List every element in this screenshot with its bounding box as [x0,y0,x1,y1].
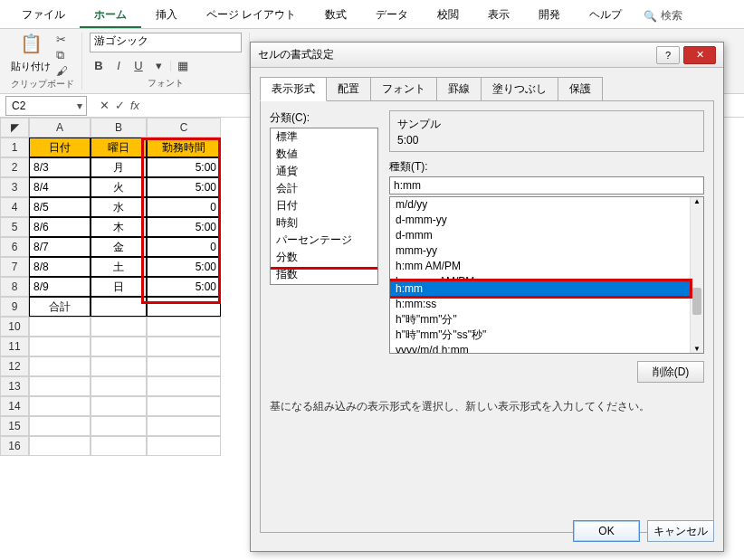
cell[interactable]: 土 [91,257,147,277]
tab-pagelayout[interactable]: ページ レイアウト [192,4,310,28]
scroll-up-icon[interactable]: ▲ [691,197,703,205]
type-item[interactable]: d-mmm [390,228,703,243]
name-box[interactable]: C2 ▾ [5,96,87,116]
row-header[interactable]: 7 [0,257,29,277]
cell[interactable] [91,297,147,317]
cancel-fx-icon[interactable]: ✕ [100,99,110,112]
row-header[interactable]: 12 [0,356,29,376]
row-header[interactable]: 6 [0,237,29,257]
enter-fx-icon[interactable]: ✓ [115,99,125,112]
bold-button[interactable]: B [90,56,108,74]
cell[interactable]: 日付 [29,138,91,157]
type-item[interactable]: h:mm:ss AM/PM [390,274,703,281]
cell[interactable]: 5:00 [147,217,221,237]
cell[interactable]: 水 [91,197,147,217]
row-header[interactable]: 3 [0,177,29,197]
cell[interactable]: 5:00 [147,257,221,277]
cell[interactable]: 8/9 [29,277,91,297]
row-header[interactable]: 5 [0,217,29,237]
cat-standard[interactable]: 標準 [271,128,377,146]
cell[interactable]: 金 [91,237,147,257]
fx-icon[interactable]: fx [130,99,139,112]
tab-border[interactable]: 罫線 [436,77,482,101]
tab-data[interactable]: データ [361,4,423,28]
select-all-corner[interactable]: ◤ [0,118,29,138]
cat-fraction[interactable]: 分数 [271,249,377,266]
row-header[interactable]: 2 [0,157,29,177]
cell[interactable]: 日 [91,277,147,297]
cat-exponent[interactable]: 指数 [271,266,377,283]
cell[interactable]: 8/6 [29,217,91,237]
tab-developer[interactable]: 開発 [524,4,575,28]
italic-button[interactable]: I [110,56,128,74]
row-header[interactable]: 16 [0,436,29,456]
cell[interactable]: 8/8 [29,257,91,277]
cat-date[interactable]: 日付 [271,197,377,214]
cell[interactable]: 8/4 [29,177,91,197]
cell[interactable]: 5:00 [147,177,221,197]
copy-icon[interactable]: ⧉ [56,48,68,62]
font-select[interactable]: 游ゴシック [90,33,242,52]
cell[interactable]: 8/5 [29,197,91,217]
type-item[interactable]: h:mm:ss [390,297,703,312]
cell[interactable]: 月 [91,157,147,177]
cell[interactable]: 5:00 [147,157,221,177]
tab-alignment[interactable]: 配置 [326,77,371,101]
cell[interactable]: 木 [91,217,147,237]
cell[interactable]: 8/3 [29,157,91,177]
row-header[interactable]: 15 [0,416,29,436]
tab-number-format[interactable]: 表示形式 [260,77,327,101]
tab-view[interactable]: 表示 [473,4,524,28]
type-list[interactable]: m/d/yy d-mmm-yy d-mmm mmm-yy h:mm AM/PM … [389,196,704,354]
cell[interactable]: 曜日 [91,138,147,157]
underline-dropdown[interactable]: ▾ [149,56,167,74]
type-scrollbar[interactable]: ▲ ▼ [690,197,703,353]
cell[interactable]: 火 [91,177,147,197]
row-header[interactable]: 8 [0,277,29,297]
delete-button[interactable]: 削除(D) [637,361,704,383]
tab-home[interactable]: ホーム [80,4,141,28]
name-box-dropdown[interactable]: ▾ [73,100,86,112]
tab-fill[interactable]: 塗りつぶし [481,77,558,101]
cell[interactable]: 0 [147,197,221,217]
border-button[interactable]: ▦ [174,56,192,74]
cat-currency[interactable]: 通貨 [271,163,377,180]
tab-protection[interactable]: 保護 [558,77,603,101]
type-input[interactable] [389,176,704,195]
help-button[interactable]: ? [656,46,680,64]
type-item[interactable]: mmm-yy [390,243,703,259]
row-header[interactable]: 14 [0,396,29,416]
cell[interactable]: 8/7 [29,237,91,257]
row-header[interactable]: 13 [0,376,29,396]
category-list[interactable]: 標準 数値 通貨 会計 日付 時刻 パーセンテージ 分数 指数 文字列 その他 … [270,128,378,285]
scroll-thumb[interactable] [692,288,701,315]
ok-button[interactable]: OK [573,520,640,542]
underline-button[interactable]: U [129,56,148,74]
dialog-titlebar[interactable]: セルの書式設定 ? ✕ [251,43,723,68]
type-item[interactable]: d-mmm-yy [390,213,703,228]
col-header-c[interactable]: C [147,118,221,138]
scroll-down-icon[interactable]: ▼ [691,345,703,353]
col-header-b[interactable]: B [91,118,147,138]
tab-insert[interactable]: 挿入 [141,4,192,28]
tab-help[interactable]: ヘルプ [575,4,636,28]
row-header[interactable]: 9 [0,297,29,317]
tab-file[interactable]: ファイル [7,4,80,28]
row-header[interactable]: 4 [0,197,29,217]
search-box[interactable]: 🔍 検索 [636,4,690,28]
type-item[interactable]: yyyy/m/d h:mm [390,343,703,354]
type-item-selected[interactable]: h:mm [390,281,703,297]
cut-icon[interactable]: ✂ [56,33,68,46]
cat-number[interactable]: 数値 [271,146,377,163]
type-item[interactable]: h:mm AM/PM [390,259,703,274]
format-painter-icon[interactable]: 🖌 [56,64,68,78]
cell[interactable]: 勤務時間 [147,138,221,157]
cat-percentage[interactable]: パーセンテージ [271,232,377,249]
cat-accounting[interactable]: 会計 [271,180,377,197]
type-item[interactable]: h"時"mm"分" [390,312,703,327]
cell[interactable]: 5:00 [147,277,221,297]
tab-review[interactable]: 校閲 [423,4,473,28]
cat-text[interactable]: 文字列 [271,283,377,285]
cell[interactable]: 0 [147,237,221,257]
type-item[interactable]: m/d/yy [390,197,703,213]
